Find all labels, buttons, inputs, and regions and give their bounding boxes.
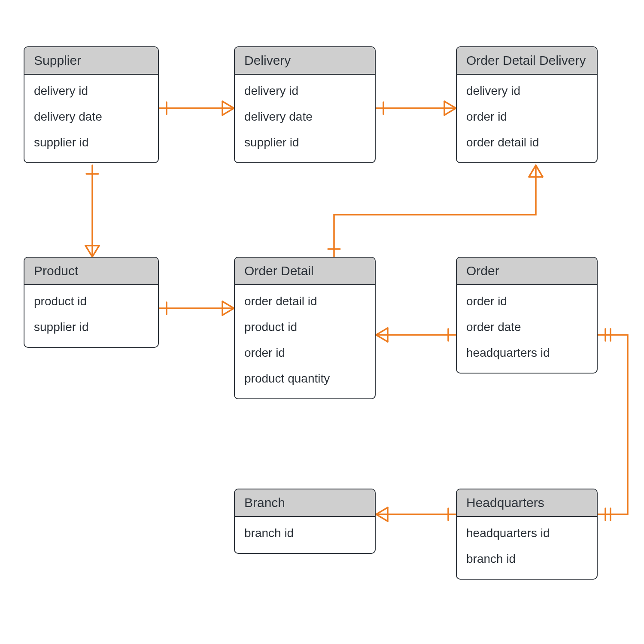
entity-product[interactable]: Product product id supplier id [24,257,159,348]
entity-attrs: delivery id order id order detail id [457,75,597,162]
entity-attr: product quantity [235,366,375,392]
svg-line-35 [376,514,388,521]
entity-attr: product id [24,289,158,314]
entity-attr: product id [235,314,375,340]
entity-attrs: order detail id product id order id prod… [235,285,375,398]
entity-title: Headquarters [457,489,597,517]
entity-attr: supplier id [24,314,158,340]
entity-attrs: branch id [235,517,375,553]
entity-title: Supplier [24,47,158,75]
entity-attr: order detail id [457,130,597,155]
svg-line-25 [376,328,388,335]
entity-title: Product [24,258,158,285]
entity-attr: branch id [457,546,597,572]
entity-title: Order Detail Delivery [457,47,597,75]
entity-attr: order id [457,104,597,130]
entity-title: Delivery [235,47,375,75]
entity-attrs: delivery id delivery date supplier id [235,75,375,162]
svg-line-13 [92,246,99,257]
entity-title: Branch [235,489,375,517]
entity-branch[interactable]: Branch branch id [234,489,376,554]
er-diagram-canvas: Supplier delivery id delivery date suppl… [0,0,644,644]
entity-attr: delivery date [24,104,158,130]
entity-attr: supplier id [235,130,375,155]
entity-attr: delivery date [235,104,375,130]
entity-attr: delivery id [24,78,158,104]
svg-line-17 [222,301,234,308]
svg-line-2 [222,101,234,108]
svg-line-22 [536,165,543,177]
entity-attrs: headquarters id branch id [457,517,597,579]
entity-order[interactable]: Order order id order date headquarters i… [456,257,598,374]
entity-supplier[interactable]: Supplier delivery id delivery date suppl… [24,46,159,163]
entity-attr: order date [457,314,597,340]
entity-attr: headquarters id [457,520,597,546]
svg-line-8 [444,108,456,115]
svg-line-7 [444,101,456,108]
entity-attr: delivery id [457,78,597,104]
entity-attrs: delivery id delivery date supplier id [24,75,158,162]
entity-title: Order [457,258,597,285]
entity-attr: order detail id [235,289,375,314]
entity-attrs: order id order date headquarters id [457,285,597,373]
svg-line-21 [529,165,536,177]
entity-attr: order id [235,340,375,366]
entity-order-detail-delivery[interactable]: Order Detail Delivery delivery id order … [456,46,598,163]
entity-attr: headquarters id [457,340,597,366]
entity-delivery[interactable]: Delivery delivery id delivery date suppl… [234,46,376,163]
svg-line-12 [85,246,92,257]
svg-line-18 [222,308,234,315]
svg-line-34 [376,507,388,514]
svg-line-3 [222,108,234,115]
entity-order-detail[interactable]: Order Detail order detail id product id … [234,257,376,399]
entity-attr: branch id [235,520,375,546]
entity-attr: delivery id [235,78,375,104]
entity-attr: supplier id [24,130,158,155]
svg-line-26 [376,335,388,342]
entity-headquarters[interactable]: Headquarters headquarters id branch id [456,489,598,580]
entity-title: Order Detail [235,258,375,285]
entity-attrs: product id supplier id [24,285,158,347]
entity-attr: order id [457,289,597,314]
